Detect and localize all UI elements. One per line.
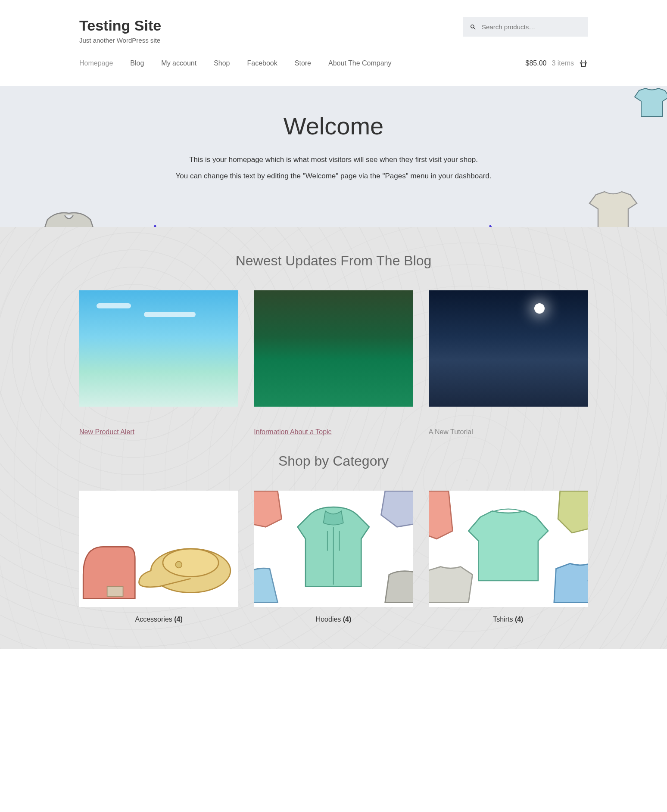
nav-homepage[interactable]: Homepage xyxy=(79,59,113,67)
category-name: Hoodies xyxy=(316,616,341,623)
arrow-annotation-icon xyxy=(486,224,521,227)
blog-post-image xyxy=(429,290,588,407)
svg-point-2 xyxy=(163,549,218,577)
cart-count: 3 items xyxy=(552,59,574,67)
category-card[interactable]: Hoodies (4) xyxy=(254,491,413,623)
primary-nav: Homepage Blog My account Shop Facebook S… xyxy=(79,59,391,67)
site-branding: Testing Site Just another WordPress site xyxy=(79,17,161,44)
nav-blog[interactable]: Blog xyxy=(130,59,144,67)
cart-summary[interactable]: $85.00 3 items xyxy=(525,59,588,67)
search-icon xyxy=(470,24,477,31)
tshirt-doodle-icon xyxy=(585,188,641,227)
nav-about[interactable]: About The Company xyxy=(328,59,391,67)
blog-post-title: A New Tutorial xyxy=(429,428,473,436)
category-name: Accessories xyxy=(135,616,172,623)
svg-point-3 xyxy=(175,562,182,568)
blog-section-title: Newest Updates From The Blog xyxy=(79,253,588,269)
blog-post-card[interactable]: Information About a Topic xyxy=(254,290,413,436)
blog-post-title-link[interactable]: Information About a Topic xyxy=(254,428,331,436)
arrow-annotation-icon xyxy=(125,224,159,227)
category-section-title: Shop by Category xyxy=(79,453,588,469)
search-input[interactable] xyxy=(463,17,588,37)
category-count: (4) xyxy=(515,616,524,623)
hero-section: Welcome This is your homepage which is w… xyxy=(0,86,667,227)
site-title[interactable]: Testing Site xyxy=(79,17,161,34)
site-tagline: Just another WordPress site xyxy=(79,37,161,44)
blog-post-image xyxy=(79,290,238,407)
category-image xyxy=(254,491,413,607)
category-grid: Accessories (4) xyxy=(79,491,588,623)
category-label: Hoodies (4) xyxy=(254,616,413,623)
nav-facebook[interactable]: Facebook xyxy=(247,59,277,67)
basket-icon xyxy=(579,59,588,67)
content-area: Newest Updates From The Blog New Product… xyxy=(0,227,667,649)
category-card[interactable]: Accessories (4) xyxy=(79,491,238,623)
category-label: Tshirts (4) xyxy=(429,616,588,623)
hero-text-1: This is your homepage which is what most… xyxy=(0,156,667,164)
blog-post-title-link[interactable]: New Product Alert xyxy=(79,428,134,436)
cart-price: $85.00 xyxy=(525,59,546,67)
category-image xyxy=(429,491,588,607)
blog-grid: New Product Alert Information About a To… xyxy=(79,290,588,436)
search-container xyxy=(463,17,588,37)
svg-rect-0 xyxy=(107,587,123,597)
blog-post-image xyxy=(254,290,413,407)
blog-post-card[interactable]: New Product Alert xyxy=(79,290,238,436)
category-card[interactable]: Tshirts (4) xyxy=(429,491,588,623)
category-name: Tshirts xyxy=(493,616,513,623)
nav-my-account[interactable]: My account xyxy=(161,59,196,67)
hero-title: Welcome xyxy=(0,112,667,140)
category-count: (4) xyxy=(343,616,352,623)
nav-store[interactable]: Store xyxy=(295,59,311,67)
category-image xyxy=(79,491,238,607)
tshirt-doodle-icon xyxy=(628,86,667,121)
nav-shop[interactable]: Shop xyxy=(214,59,230,67)
hoodie-doodle-icon xyxy=(34,207,103,227)
hero-text-2: You can change this text by editing the … xyxy=(0,172,667,180)
category-count: (4) xyxy=(174,616,183,623)
category-label: Accessories (4) xyxy=(79,616,238,623)
blog-post-card[interactable]: A New Tutorial xyxy=(429,290,588,436)
